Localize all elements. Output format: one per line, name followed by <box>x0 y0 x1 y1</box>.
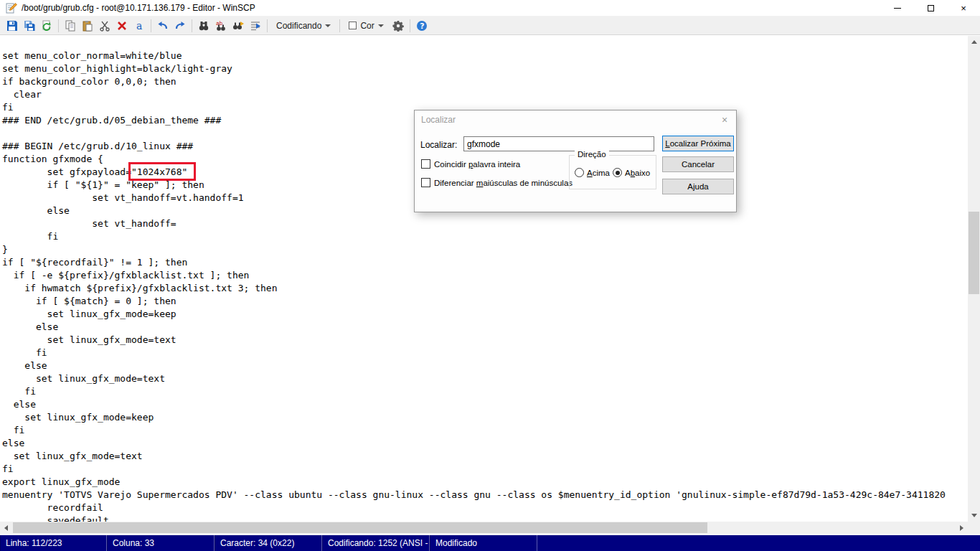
toolbar-separator <box>267 19 268 32</box>
status-line-indicator: Linha: 112/223 <box>0 535 107 551</box>
find-icon <box>198 20 209 32</box>
toolbar-separator <box>151 19 151 32</box>
undo-icon <box>157 20 169 32</box>
scroll-up-button[interactable] <box>968 36 980 48</box>
title-bar[interactable]: /boot/grub/grub.cfg - root@10.171.136.17… <box>0 0 980 17</box>
save-all-button[interactable] <box>21 18 38 34</box>
chevron-down-icon <box>325 24 331 27</box>
status-encoding-indicator: Codificando: 1252 (ANSI - <box>322 535 430 551</box>
horizontal-scroll-thumb[interactable] <box>13 522 707 533</box>
toolbar-separator <box>410 19 410 32</box>
redo-button[interactable] <box>171 18 189 34</box>
triangle-up-icon <box>971 40 977 44</box>
window-title: /boot/grub/grub.cfg - root@10.171.136.17… <box>22 3 255 13</box>
direction-up-radio[interactable]: Acima <box>575 168 610 177</box>
status-bar-filler <box>537 535 980 551</box>
help-dialog-button[interactable]: Ajuda <box>662 179 734 194</box>
find-input[interactable] <box>463 136 654 151</box>
svg-text:a: a <box>136 20 142 32</box>
reload-button[interactable] <box>38 18 55 34</box>
vertical-scrollbar[interactable] <box>968 36 980 522</box>
cancel-button[interactable]: Cancelar <box>662 156 734 172</box>
match-case-label: Diferenciar maiúsculas de minúsculas <box>434 179 573 187</box>
help-icon: ? <box>416 20 428 32</box>
find-button[interactable] <box>195 18 212 34</box>
copy-button[interactable] <box>62 18 79 34</box>
triangle-down-icon <box>971 514 977 517</box>
save-button[interactable] <box>4 18 21 34</box>
toolbar-separator <box>58 19 59 32</box>
encoding-dropdown[interactable]: Codificando <box>270 18 336 34</box>
find-next-button[interactable]: Localizar Próxima <box>662 136 734 151</box>
close-icon: × <box>961 3 966 14</box>
minimize-button[interactable] <box>881 0 914 17</box>
vertical-scroll-thumb[interactable] <box>969 212 979 294</box>
save-icon <box>6 20 18 32</box>
replace-icon: ab <box>215 20 227 32</box>
triangle-left-icon <box>4 525 8 531</box>
find-next-icon <box>232 20 244 32</box>
delete-button[interactable] <box>113 18 131 34</box>
button-label: Ajuda <box>687 182 708 191</box>
copy-icon <box>65 20 76 32</box>
checkbox-icon[interactable] <box>421 159 430 169</box>
checkbox-icon[interactable] <box>421 178 430 187</box>
help-button[interactable]: ? <box>413 18 430 34</box>
whole-word-checkbox[interactable]: Coincidir palavra inteira <box>421 159 520 169</box>
delete-icon <box>116 20 128 32</box>
editor-toolbar: a ab Codificando Cor <box>0 17 980 35</box>
toolbar-separator <box>339 19 340 32</box>
save-all-icon <box>24 20 35 32</box>
find-dialog: Localizar × Localizar: Localizar Próxima… <box>414 110 737 212</box>
select-all-icon: a <box>133 20 145 32</box>
paste-icon <box>82 20 93 32</box>
find-dialog-titlebar[interactable]: Localizar × <box>415 110 736 129</box>
scroll-right-button[interactable] <box>956 522 968 534</box>
preferences-button[interactable] <box>390 18 407 34</box>
maximize-icon <box>928 5 934 11</box>
radio-checked-icon[interactable] <box>613 168 622 177</box>
button-label: Cancelar <box>682 160 715 169</box>
minimize-icon <box>894 8 901 9</box>
scroll-down-button[interactable] <box>968 509 980 522</box>
cut-button[interactable] <box>96 18 113 34</box>
editor-app-icon <box>6 2 17 14</box>
direction-down-radio[interactable]: Abaixo <box>613 168 650 177</box>
cut-icon <box>99 20 110 32</box>
status-modified-indicator: Modificado <box>430 535 537 551</box>
find-dialog-title: Localizar <box>421 115 456 125</box>
radio-icon[interactable] <box>575 168 584 177</box>
horizontal-scrollbar[interactable] <box>0 522 968 534</box>
triangle-right-icon <box>960 525 963 531</box>
status-column-indicator: Coluna: 33 <box>107 535 215 551</box>
direction-up-label: Acima <box>587 169 610 177</box>
color-dropdown-label: Cor <box>360 21 374 31</box>
editor-content-area[interactable]: set menu_color_normal=white/blue set men… <box>0 36 968 522</box>
winscp-editor-window: /boot/grub/grub.cfg - root@10.171.136.17… <box>0 0 980 551</box>
close-button[interactable]: × <box>947 0 980 17</box>
status-bar: Linha: 112/223 Coluna: 33 Caracter: 34 (… <box>0 534 980 551</box>
select-all-button[interactable]: a <box>131 18 148 34</box>
scrollbar-corner <box>968 522 980 534</box>
find-field-label: Localizar: <box>420 140 457 150</box>
encoding-dropdown-label: Codificando <box>276 21 321 31</box>
color-swatch-icon <box>349 22 357 29</box>
maximize-button[interactable] <box>914 0 947 17</box>
replace-button[interactable]: ab <box>212 18 230 34</box>
paste-button[interactable] <box>79 18 96 34</box>
redo-icon <box>174 20 186 32</box>
whole-word-label: Coincidir palavra inteira <box>434 160 520 169</box>
match-case-checkbox[interactable]: Diferenciar maiúsculas de minúsculas <box>421 178 573 187</box>
button-label: Localizar Próxima <box>665 139 730 148</box>
find-next-button-toolbar[interactable] <box>230 18 247 34</box>
color-dropdown[interactable]: Cor <box>343 18 389 34</box>
chevron-down-icon <box>378 24 384 27</box>
close-icon: × <box>722 114 727 126</box>
toolbar-separator <box>192 19 192 32</box>
find-dialog-close-button[interactable]: × <box>713 110 736 129</box>
undo-button[interactable] <box>154 18 171 34</box>
goto-line-button[interactable] <box>247 18 264 34</box>
scroll-left-button[interactable] <box>0 522 12 534</box>
direction-groupbox: Direção Acima Abaixo <box>569 155 656 189</box>
status-character-indicator: Caracter: 34 (0x22) <box>215 535 322 551</box>
